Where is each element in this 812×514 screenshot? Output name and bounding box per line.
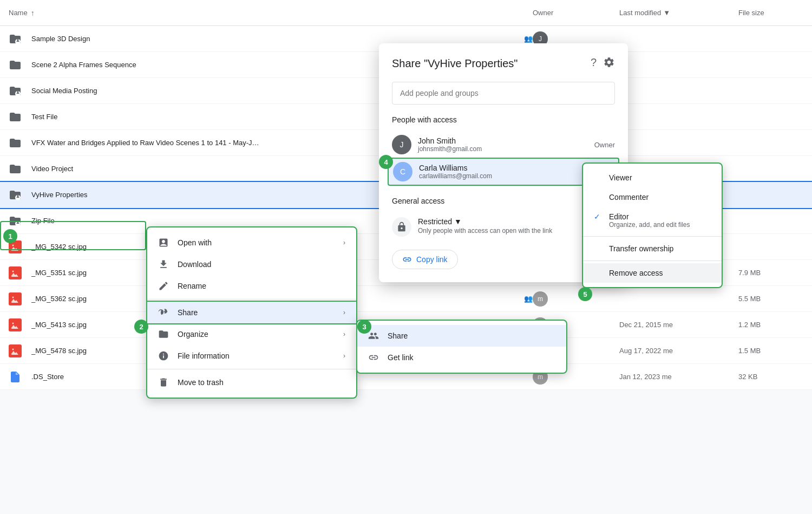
menu-item-organize[interactable]: Organize › [147,323,356,345]
col-modified-header[interactable]: Last modified ▼ [619,9,738,17]
menu-label-organize: Organize [178,330,335,339]
role-item-transfer[interactable]: Transfer ownership [583,239,722,258]
remove-text: Remove access [609,269,663,277]
sort-arrow-icon: ↑ [31,9,35,17]
file-icon-10 [9,266,22,279]
commenter-text: Commenter [609,193,649,201]
sub-menu-share[interactable]: Share [357,325,566,347]
menu-label-file-information: File information [178,352,335,360]
role-divider-1 [583,236,722,237]
copy-link-label: Copy link [416,255,448,264]
john-role: Owner [594,141,615,149]
menu-label-rename: Rename [178,282,345,290]
rename-icon [158,281,169,291]
settings-icon[interactable] [603,56,615,71]
viewer-title: Viewer [609,173,632,182]
carla-name: Carla Williams [419,164,586,172]
menu-item-open-with[interactable]: Open with › [147,232,356,253]
role-item-remove[interactable]: Remove access [583,263,722,283]
file-icon-1 [9,32,22,45]
svg-rect-10 [9,318,22,331]
share-submenu: Share Get link [356,320,567,374]
modified-cell-14: Jan 12, 2023 me [619,373,738,381]
link-icon [368,352,379,363]
carla-avatar: C [393,162,412,181]
menu-label-move-to-trash: Move to trash [178,378,345,387]
sub-menu-get-link[interactable]: Get link [357,347,566,368]
menu-divider-2 [147,369,356,369]
col-name-header[interactable]: Name ↑ [9,9,533,17]
john-info: John Smith johnsmith@gmail.com [418,136,594,153]
file-icon-8 [9,214,22,227]
role-item-editor[interactable]: ✓ Editor Organize, add, and edit files [583,207,722,234]
remove-title: Remove access [609,269,663,277]
viewer-text: Viewer [609,173,632,182]
file-row-11[interactable]: _MG_5362 sc.jpg 👥 m 5.5 MB [0,286,812,312]
file-icon-5 [9,136,22,149]
svg-rect-6 [9,266,22,279]
menu-item-download[interactable]: Download [147,253,356,275]
size-cell-10: 7.9 MB [738,269,803,277]
name-label: Name [9,9,28,17]
role-item-viewer[interactable]: Viewer [583,168,722,187]
organize-arrow: › [343,330,345,338]
shared-icon-11: 👥 [524,295,533,303]
col-owner-header: Owner [533,9,619,17]
badge-1: 1 [3,229,17,243]
share-title-icons: ? [591,56,615,71]
badge-4: 4 [379,155,393,169]
svg-point-11 [12,322,14,324]
sub-menu-share-label: Share [388,331,555,340]
carla-info: Carla Williams carlawilliams@gmail.com [419,164,586,180]
john-email: johnsmith@gmail.com [418,145,594,153]
copy-link-button[interactable]: Copy link [392,250,458,269]
file-icon-14 [9,370,22,383]
file-list-header: Name ↑ Owner Last modified ▼ File size [0,0,812,26]
commenter-title: Commenter [609,193,649,201]
open-with-icon [158,237,169,248]
editor-desc: Organize, add, and edit files [609,221,690,229]
people-with-access-label: People with access [392,115,615,124]
share-icon-sub [368,330,379,341]
add-people-input[interactable] [392,82,615,105]
menu-item-share[interactable]: Share › [147,302,356,323]
share-arrow: › [343,309,345,316]
file-icon-7 [9,188,22,201]
menu-item-rename[interactable]: Rename [147,275,356,297]
svg-rect-8 [9,292,22,305]
menu-item-file-information[interactable]: File information › [147,345,356,367]
role-item-commenter[interactable]: Commenter [583,187,722,207]
badge-2: 2 [134,320,148,334]
svg-rect-12 [9,344,22,357]
avatar-11: m [533,291,548,307]
modified-sort-icon: ▼ [663,9,670,17]
file-icon-13 [9,344,22,357]
menu-label-download: Download [178,260,345,269]
badge-3: 3 [357,320,371,334]
menu-label-open-with: Open with [178,238,335,247]
file-name-1: Sample 3D Design [31,35,518,43]
modified-cell-13: Aug 17, 2022 me [619,347,738,355]
share-icon-menu [158,307,169,318]
john-avatar: J [392,135,411,154]
file-icon-2 [9,58,22,71]
size-cell-11: 5.5 MB [738,295,803,303]
editor-check: ✓ [594,212,605,221]
help-icon[interactable]: ? [591,56,597,71]
badge-5: 5 [578,287,592,301]
svg-point-13 [12,348,14,350]
person-row-john: J John Smith johnsmith@gmail.com Owner [392,132,615,158]
context-menu: Open with › Download Rename Share › Orga… [146,226,357,399]
file-icon-6 [9,162,22,175]
file-icon-3 [9,84,22,97]
menu-item-move-to-trash[interactable]: Move to trash [147,372,356,393]
file-icon-11 [9,292,22,305]
col-size-header: File size [738,9,803,17]
size-cell-14: 32 KB [738,373,803,381]
open-with-arrow: › [343,239,345,246]
carla-email: carlawilliams@gmail.com [419,172,586,180]
transfer-text: Transfer ownership [609,244,673,253]
transfer-title: Transfer ownership [609,244,673,253]
size-cell-13: 1.5 MB [738,347,803,355]
svg-point-7 [12,270,14,272]
